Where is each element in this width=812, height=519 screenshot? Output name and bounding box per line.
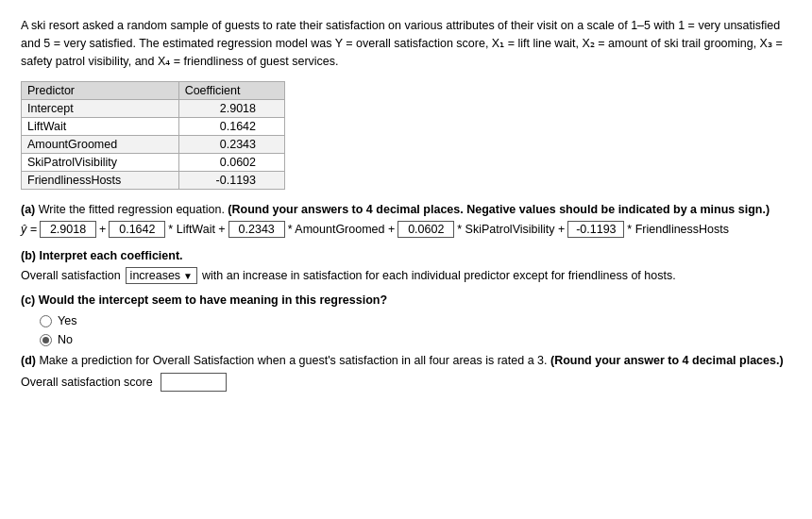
section-d: (d) Make a prediction for Overall Satisf… (21, 354, 791, 392)
increases-dropdown[interactable]: increases ▼ (126, 267, 197, 284)
coef1-input[interactable] (109, 221, 165, 238)
radio-no-label: No (58, 333, 73, 346)
regression-table: Predictor Coefficient Intercept2.9018Lif… (21, 81, 285, 190)
var4-label: * FriendlinessHosts (627, 223, 729, 236)
table-cell-predictor: AmountGroomed (22, 136, 179, 154)
yhat-label: ŷ = (21, 223, 37, 236)
part-d-instruction: (Round your answer to 4 decimal places.) (550, 354, 784, 367)
table-cell-predictor: LiftWait (22, 118, 179, 136)
table-cell-coefficient: 0.1642 (178, 118, 284, 136)
table-cell-predictor: FriendlinessHosts (22, 172, 179, 190)
table-row: AmountGroomed0.2343 (22, 136, 285, 154)
table-row: FriendlinessHosts-0.1193 (22, 172, 285, 190)
var1-label: * LiftWait + (168, 223, 225, 236)
coef3-input[interactable] (398, 221, 454, 238)
section-c-title: (c) Would the intercept seem to have mea… (21, 293, 791, 307)
interpret-suffix: with an increase in satisfaction for eac… (202, 269, 676, 282)
table-cell-coefficient: -0.1193 (178, 172, 284, 190)
intro-paragraph: A ski resort asked a random sample of gu… (21, 17, 791, 70)
table-cell-predictor: SkiPatrolVisibility (22, 154, 179, 172)
part-d-label: (d) (21, 354, 36, 367)
section-d-title: (d) Make a prediction for Overall Satisf… (21, 354, 791, 367)
prediction-input[interactable] (161, 373, 227, 392)
table-row: Intercept2.9018 (22, 100, 285, 118)
table-cell-coefficient: 2.9018 (178, 100, 284, 118)
prediction-label: Overall satisfaction score (21, 376, 153, 389)
radio-yes[interactable]: Yes (40, 314, 791, 327)
equation-row: ŷ = + * LiftWait + * AmountGroomed + * S… (21, 221, 791, 238)
regression-table-container: Predictor Coefficient Intercept2.9018Lif… (21, 81, 791, 190)
plus1: + (99, 223, 106, 236)
dropdown-arrow-icon: ▼ (183, 271, 193, 281)
col-predictor: Predictor (22, 82, 179, 100)
dropdown-value: increases (130, 269, 181, 282)
coef4-input[interactable] (567, 221, 624, 238)
prediction-row: Overall satisfaction score (21, 373, 791, 392)
radio-no[interactable]: No (40, 333, 791, 346)
section-a: (a) Write the fitted regression equation… (21, 203, 791, 238)
var3-label: * SkiPatrolVisibility + (457, 223, 565, 236)
radio-yes-label: Yes (58, 314, 76, 327)
table-cell-coefficient: 0.0602 (178, 154, 284, 172)
table-cell-predictor: Intercept (22, 100, 179, 118)
radio-no-circle[interactable] (40, 334, 52, 346)
part-a-label: (a) (21, 203, 35, 216)
section-b-title: (b) Interpret each coefficient. (21, 249, 791, 262)
coef2-input[interactable] (228, 221, 285, 238)
interpret-row: Overall satisfaction increases ▼ with an… (21, 267, 791, 284)
table-row: LiftWait0.1642 (22, 118, 285, 136)
radio-yes-circle[interactable] (40, 315, 52, 327)
section-a-title: (a) Write the fitted regression equation… (21, 203, 791, 216)
table-cell-coefficient: 0.2343 (178, 136, 284, 154)
table-row: SkiPatrolVisibility0.0602 (22, 154, 285, 172)
interpret-prefix: Overall satisfaction (21, 269, 121, 282)
part-a-instruction: (Round your answers to 4 decimal places.… (228, 203, 770, 216)
section-c: (c) Would the intercept seem to have mea… (21, 293, 791, 346)
section-b: (b) Interpret each coefficient. Overall … (21, 249, 791, 284)
intercept-input[interactable] (40, 221, 96, 238)
radio-group: Yes No (40, 314, 791, 346)
var2-label: * AmountGroomed + (288, 223, 396, 236)
col-coefficient: Coefficient (178, 82, 284, 100)
